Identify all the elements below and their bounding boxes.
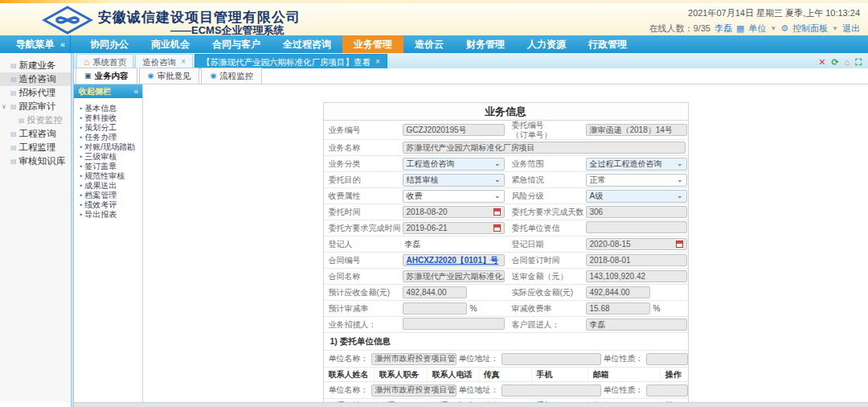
field-follower[interactable]: 李磊 [586, 319, 687, 331]
close-tab-icon[interactable]: × [375, 55, 380, 69]
step-item-label: 绩效考评 [84, 200, 117, 209]
sidebar-item-7[interactable]: ▤审核知识库 [0, 154, 71, 168]
unit-type-input[interactable] [646, 384, 688, 397]
step-list: •基本信息•资料接收•策划分工•任务办理•对账/现场踏勘•三级审核•签订盖章•规… [74, 98, 142, 220]
step-item-9[interactable]: •档案管理 [80, 191, 142, 200]
step-item-10[interactable]: •绩效考评 [80, 200, 142, 210]
sidebar-item-1[interactable]: ▤造价咨询 [0, 72, 71, 86]
step-item-1[interactable]: •资料接收 [80, 113, 142, 123]
step-item-8[interactable]: •成果送出 [80, 181, 142, 191]
menu-item-5[interactable]: 造价云 [403, 35, 455, 53]
current-user[interactable]: 李磊 [714, 23, 732, 35]
step-item-11[interactable]: •导出报表 [80, 210, 142, 220]
contact-column-header: 联系人电话 [427, 368, 478, 381]
field-solicitor[interactable] [403, 318, 505, 330]
menu-item-6[interactable]: 财务管理 [455, 35, 516, 53]
field-required-days[interactable]: 306 [586, 206, 687, 218]
field-review-amount[interactable]: 143,109,920.42 [586, 270, 687, 282]
field-estimated-reduction-rate[interactable] [403, 302, 467, 314]
field-actual-receivable[interactable]: 492,844.00 [586, 286, 650, 298]
field-risk-level[interactable]: A级⌄ [586, 190, 687, 203]
field-fee-attribute[interactable]: 收费⌄ [403, 190, 505, 203]
collapse-left-icon[interactable]: « [60, 35, 65, 53]
refresh-icon[interactable]: ⟳ [831, 58, 838, 67]
step-item-0[interactable]: •基本信息 [80, 104, 142, 113]
unit-menu[interactable]: 单位 [748, 23, 766, 35]
menu-item-2[interactable]: 合同与客户 [201, 35, 272, 53]
menu-item-8[interactable]: 行政管理 [577, 35, 638, 53]
field-label: 登记人 [324, 240, 400, 249]
document-tab-0[interactable]: ⌂系统首页 [76, 54, 133, 68]
app-header: 安徽诚信建设项目管理有限公司 ——ECMS企业管理系统 2021年07月14日 … [0, 3, 868, 35]
client-unit-row-1: 单位名称：滁州市政府投资项目管理领导小单位地址：单位性质： [324, 382, 688, 399]
step-item-label: 三级审核 [84, 152, 117, 161]
subtab-1[interactable]: ◉审批意见 [139, 68, 200, 84]
sidebar-item-2[interactable]: ▤招标代理 [0, 86, 71, 100]
sidebar-item-4[interactable]: ▤投资监控 [0, 113, 71, 127]
online-count: 在线人数：9/35 [649, 23, 710, 35]
step-panel-header[interactable]: 收起侧栏 « [74, 84, 142, 98]
field-contract-name[interactable]: 苏滁现代产业园六期标准化厂房 [403, 270, 505, 282]
step-item-6[interactable]: •签订盖章 [80, 162, 142, 171]
sidebar-item-label: 工程咨询 [19, 127, 56, 141]
field-client-credit[interactable] [586, 221, 687, 233]
subtab-bar: ▣业务内容◉审批意见◉流程监控 [74, 68, 868, 84]
unit-addr-input[interactable] [502, 353, 601, 365]
subtab-0[interactable]: ▣业务内容 [76, 68, 137, 84]
step-item-5[interactable]: •三级审核 [80, 152, 142, 162]
subtab-2[interactable]: ◉流程监控 [201, 68, 262, 84]
maximize-icon[interactable]: ⛶ [855, 58, 862, 67]
document-tab-2[interactable]: 【苏滁现代产业园六期标准化厂房项目】查看× [194, 54, 387, 68]
field-business-class[interactable]: 工程造价咨询⌄ [403, 158, 505, 171]
list-icon: ▤ [10, 86, 17, 100]
form-row: 登记人李磊登记日期2020-08-15 [324, 236, 688, 253]
close-icon[interactable]: ✕ [818, 58, 825, 67]
field-business-scope[interactable]: 全过程工程造价咨询⌄ [586, 158, 687, 171]
field-business-name[interactable]: 苏滁现代产业园六期标准化厂房项目 [403, 142, 686, 154]
sidebar-item-0[interactable]: ▤新建业务 [0, 59, 71, 72]
step-item-3[interactable]: •任务办理 [80, 133, 142, 142]
percent-label: % [653, 304, 661, 313]
field-label: 委托时间 [324, 208, 400, 217]
form-cell: 收费⌄ [400, 189, 507, 204]
field-entrust-no[interactable]: 滁审函递（2018）14号 [586, 124, 687, 136]
horizontal-scrollbar[interactable] [74, 402, 868, 407]
control-panel-menu[interactable]: 控制面板 [792, 23, 828, 35]
home-icon[interactable]: ⌂ [845, 58, 850, 67]
unit-name-input[interactable]: 滁州市政府投资项目管理领导小 [371, 353, 457, 365]
menu-item-1[interactable]: 商业机会 [140, 35, 201, 53]
step-item-7[interactable]: •规范性审核 [80, 171, 142, 181]
sidebar-item-3[interactable]: ∨▤跟踪审计 [0, 100, 71, 113]
field-reduction-fee-rate[interactable]: 15.68 [586, 302, 650, 314]
field-entrust-date[interactable]: 2018-08-20 [403, 206, 505, 218]
field-estimated-receivable[interactable]: 492,844.00 [403, 286, 467, 298]
field-urgency[interactable]: 正常⌄ [586, 174, 687, 187]
menu-item-4[interactable]: 业务管理 [342, 35, 403, 53]
bullet-icon: • [80, 143, 82, 151]
menu-item-0[interactable]: 协同办公 [79, 35, 140, 53]
form-cell: 492,844.00 [583, 286, 690, 299]
menu-item-7[interactable]: 人力资源 [516, 35, 577, 53]
step-item-2[interactable]: •策划分工 [80, 123, 142, 133]
sidebar-item-5[interactable]: ▤工程咨询 [0, 127, 71, 141]
step-item-4[interactable]: •对账/现场踏勘 [80, 142, 142, 152]
unit-name-input[interactable]: 滁州市政府投资项目管理领导小 [371, 384, 457, 397]
unit-addr-input[interactable] [502, 384, 601, 397]
logout-button[interactable]: 退出 [842, 23, 860, 35]
field-register-date[interactable]: 2020-08-15 [586, 238, 687, 250]
form-cell: AHCXZJ2020【0101】号 [400, 253, 507, 267]
field-required-finish-date[interactable]: 2019-06-21 [403, 222, 505, 234]
field-contract-no-link[interactable]: AHCXZJ2020【0101】号 [407, 255, 499, 266]
field-business-no[interactable]: GCZJ2020195号 [403, 124, 505, 136]
field-contract-sign-date[interactable]: 2018-08-01 [586, 254, 687, 266]
close-tab-icon[interactable]: × [181, 55, 186, 69]
collapse-panel-icon[interactable]: « [133, 84, 138, 98]
menu-item-3[interactable]: 全过程咨询 [272, 35, 342, 53]
sidebar-item-6[interactable]: ▤工程监理 [0, 141, 71, 154]
menu-items: 协同办公商业机会合同与客户全过程咨询业务管理造价云财务管理人力资源行政管理 [79, 35, 638, 53]
field-entrust-purpose[interactable]: 结算审核⌄ [403, 174, 505, 187]
nav-menu-header[interactable]: 导航菜单 « [0, 35, 71, 53]
form-title: 业务信息 [324, 103, 688, 121]
document-tab-1[interactable]: 造价咨询× [135, 54, 193, 68]
unit-type-input[interactable] [646, 353, 688, 365]
